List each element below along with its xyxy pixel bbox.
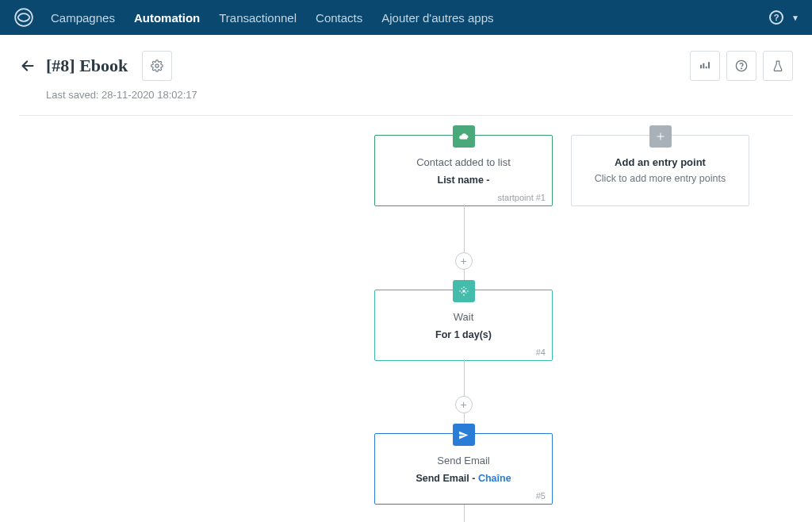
wait-block-sub: For 1 day(s)	[383, 329, 544, 340]
svg-point-1	[155, 64, 159, 67]
startpoint-block[interactable]: Contact added to list List name - startp…	[374, 135, 553, 206]
add-step-button[interactable]: +	[455, 252, 473, 270]
svg-point-0	[15, 9, 33, 26]
wait-block-title: Wait	[383, 311, 544, 323]
send-email-block[interactable]: Send Email Send Email - Chaîne #5	[374, 433, 553, 505]
nav-campagnes[interactable]: Campagnes	[51, 11, 115, 25]
back-arrow-icon[interactable]	[19, 57, 36, 75]
wait-block-badge: #4	[536, 347, 546, 357]
entry-block-title: Add an entry point	[580, 156, 741, 168]
lab-button[interactable]	[763, 51, 793, 81]
start-block-title: Contact added to list	[383, 156, 544, 168]
email-template-link[interactable]: Chaîne	[478, 473, 511, 484]
start-block-badge: startpoint #1	[497, 193, 546, 202]
connector-line	[464, 359, 465, 396]
top-navbar: Campagnes Automation Transactionnel Cont…	[0, 0, 812, 35]
email-block-title: Send Email	[383, 455, 544, 466]
chevron-down-icon[interactable]: ▼	[791, 13, 799, 22]
page-title: [#8] Ebook	[46, 56, 128, 76]
add-step-button[interactable]: +	[455, 396, 473, 413]
connector-line	[464, 505, 465, 522]
add-entry-point-block[interactable]: Add an entry point Click to add more ent…	[571, 135, 749, 206]
nav-transactionnel[interactable]: Transactionnel	[219, 11, 297, 25]
settings-button[interactable]	[142, 51, 172, 81]
nav-add-apps[interactable]: Ajouter d'autres apps	[381, 11, 493, 25]
page-header: [#8] Ebook	[0, 35, 812, 86]
automation-canvas: Contact added to list List name - startp…	[0, 116, 812, 522]
help-icon[interactable]: ?	[769, 10, 783, 25]
connector-line	[464, 205, 465, 252]
start-block-sub: List name -	[383, 175, 544, 186]
email-block-sub: Send Email - Chaîne	[383, 473, 544, 484]
email-block-badge: #5	[536, 491, 546, 501]
svg-point-3	[741, 68, 742, 69]
stats-button[interactable]	[690, 51, 720, 81]
help-button[interactable]	[726, 51, 756, 81]
wait-block[interactable]: Wait For 1 day(s) #4	[374, 290, 553, 361]
app-logo-icon[interactable]	[13, 6, 35, 29]
nav-automation[interactable]: Automation	[134, 11, 200, 25]
main-nav: Campagnes Automation Transactionnel Cont…	[51, 11, 769, 25]
last-saved-text: Last saved: 28-11-2020 18:02:17	[0, 86, 812, 101]
nav-contacts[interactable]: Contacts	[316, 11, 362, 25]
entry-block-sub: Click to add more entry points	[580, 173, 741, 184]
